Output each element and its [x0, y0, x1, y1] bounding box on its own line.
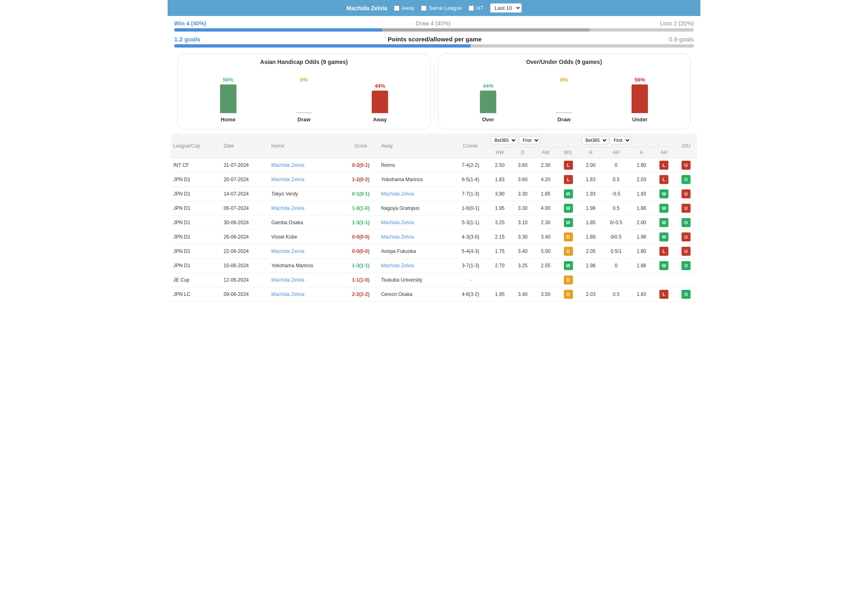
wl-badge: W [557, 259, 579, 273]
ah-home-label: Home [221, 116, 236, 123]
th-a: A [630, 147, 653, 158]
away-team[interactable]: Machida Zelvia [379, 216, 453, 230]
win-label: Win 4 (40%) [174, 20, 206, 27]
first-select-2[interactable]: First [610, 136, 631, 144]
ou-badge [675, 273, 697, 287]
ah2-badge: L [653, 287, 675, 302]
ah-draw-label: Draw [298, 116, 311, 123]
ou-draw-item: 0% Draw [556, 77, 572, 123]
odds-container: Asian Handicap Odds (9 games) 56% Home 0… [168, 49, 700, 134]
ah2-badge: L [653, 173, 675, 187]
goals-center: Points scored/allowed per game [388, 36, 482, 43]
wl-badge: L [557, 173, 579, 187]
home-team: Yokohama Marinos [269, 259, 343, 273]
wl-badge-span: D [564, 290, 573, 299]
ou-over-bar [480, 91, 496, 113]
ah2-badge-span: W [659, 204, 668, 213]
goals-right: 0.9 goals [669, 36, 694, 43]
ah2-badge [653, 273, 675, 287]
away-checkbox-label[interactable]: Away [394, 5, 415, 11]
table-row: JPN D120-07-2024Machida Zelvia1-2(0-2)Yo… [171, 173, 697, 187]
ah2-badge: L [653, 244, 675, 259]
ht-checkbox-label[interactable]: HT [468, 5, 483, 11]
home-team: Gamba Osaka [269, 216, 343, 230]
ah2-badge-span: W [659, 232, 668, 241]
ah2-badge: W [653, 230, 675, 244]
same-league-checkbox-label[interactable]: Same League [421, 5, 462, 11]
th-hw: HW [488, 147, 511, 158]
table-row: JPN D106-07-2024Machida Zelvia1-0(1-0)Na… [171, 201, 697, 216]
home-team[interactable]: Machida Zelvia [269, 287, 343, 302]
ah2-badge-span: W [659, 218, 668, 227]
ou-over-label: Over [482, 116, 494, 123]
wl-badge-span: L [564, 161, 573, 170]
wl-badge-span: W [564, 261, 573, 270]
score: 0-0(0-0) [343, 244, 379, 259]
ah2-badge: W [653, 201, 675, 216]
away-team[interactable]: Machida Zelvia [379, 187, 453, 201]
score: 0-0(0-0) [343, 230, 379, 244]
ou-badge-span: O [682, 175, 691, 184]
th-home: Home [269, 134, 343, 158]
ou-badge: O [675, 287, 697, 302]
asian-handicap-chart: 56% Home 0% Draw 44% Away [186, 73, 422, 123]
home-team[interactable]: Machida Zelvia [269, 173, 343, 187]
th-score: Score [343, 134, 379, 158]
last-select[interactable]: Last 10 Last 20 Last 30 [490, 3, 522, 13]
loss-bar [590, 28, 694, 32]
wdl-section: Win 4 (40%) Draw 4 (40%) Loss 2 (20%) [168, 16, 700, 32]
away-checkbox[interactable] [394, 5, 400, 11]
bet365-select-2[interactable]: Bet365 [582, 136, 608, 144]
home-team[interactable]: Machida Zelvia [269, 158, 343, 173]
away-team: Avispa Fukuoka [379, 244, 453, 259]
th-league: League/Cup [171, 134, 221, 158]
wl-badge: D [557, 244, 579, 259]
ah-draw-bar-container [296, 84, 312, 113]
table-row: JPN D130-06-2024Gamba Osaka1-3(1-1)Machi… [171, 216, 697, 230]
header-bar: Machida Zelvia Away Same League HT Last … [168, 0, 700, 16]
table-row: JPN D122-06-2024Machida Zelvia0-0(0-0)Av… [171, 244, 697, 259]
loss-label: Loss 2 (20%) [660, 20, 694, 27]
ou-badge: U [675, 158, 697, 173]
asian-handicap-title: Asian Handicap Odds (9 games) [186, 59, 422, 65]
goals-allowed-bar [470, 44, 694, 48]
first-select-1[interactable]: First [519, 136, 540, 144]
home-team[interactable]: Machida Zelvia [269, 201, 343, 216]
bet365-select-1[interactable]: Bet365 [491, 136, 517, 144]
ou-badge: U [675, 230, 697, 244]
away-team[interactable]: Machida Zelvia [379, 259, 453, 273]
ah-draw-item: 0% Draw [296, 77, 312, 123]
table-row: INT CF31-07-2024Machida Zelvia0-2(0-1)Re… [171, 158, 697, 173]
draw-label: Draw 4 (40%) [206, 20, 660, 27]
ah2-badge-span: L [659, 175, 668, 184]
wl-badge: D [557, 230, 579, 244]
ah-away-label: Away [373, 116, 387, 123]
wl-badge: L [557, 158, 579, 173]
ou-badge-span: U [682, 204, 691, 213]
wdl-labels: Win 4 (40%) Draw 4 (40%) Loss 2 (20%) [174, 20, 694, 27]
wl-badge-span: W [564, 218, 573, 227]
same-league-checkbox[interactable] [421, 5, 427, 11]
wl-badge: D [557, 287, 579, 302]
ou-draw-bar [556, 112, 572, 113]
ah-away-item: 44% Away [372, 83, 388, 123]
goals-left: 1.2 goals [174, 36, 200, 43]
ah2-badge: W [653, 216, 675, 230]
wl-badge-span: D [564, 247, 573, 256]
th-away: Away [379, 134, 453, 158]
home-team[interactable]: Machida Zelvia [269, 244, 343, 259]
ht-checkbox[interactable] [468, 5, 474, 11]
ah2-badge-span: W [659, 189, 668, 198]
goals-row: 1.2 goals Points scored/allowed per game… [174, 36, 694, 43]
away-team[interactable]: Machida Zelvia [379, 230, 453, 244]
ah2-badge-span: W [659, 261, 668, 270]
ou-badge-span: U [682, 161, 691, 170]
th-h: H [579, 147, 602, 158]
th-corner: Corner [453, 134, 489, 158]
team-name: Machida Zelvia [346, 5, 387, 11]
home-team[interactable]: Machida Zelvia [269, 273, 343, 287]
th-date: Date [221, 134, 269, 158]
score: 1-0(1-0) [343, 201, 379, 216]
ou-draw-label: Draw [557, 116, 570, 123]
ou-badge: U [675, 201, 697, 216]
